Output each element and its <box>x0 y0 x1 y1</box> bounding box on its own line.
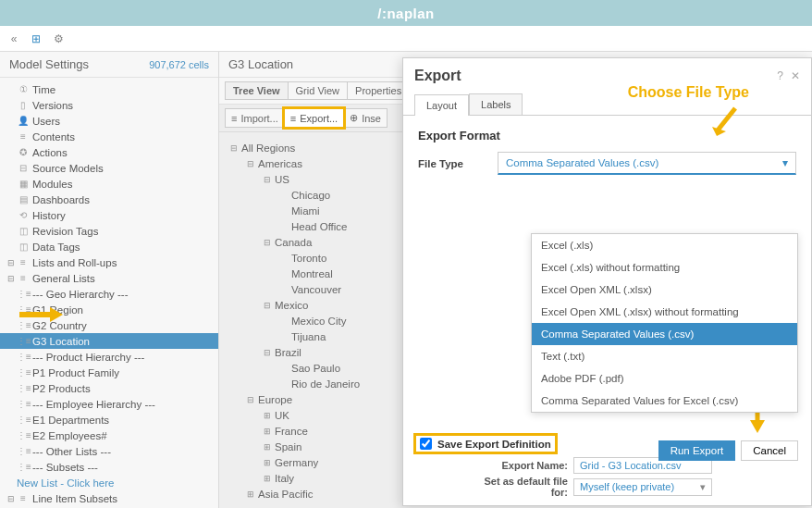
action-label: Export... <box>300 113 338 124</box>
modal-tab[interactable]: Layout <box>414 94 469 116</box>
tree-node[interactable]: ⊟Source Models <box>0 160 218 176</box>
help-icon[interactable]: ? <box>777 69 783 82</box>
region-label: Asia Pacific <box>258 489 313 500</box>
tree-node[interactable]: New List - Click here <box>0 475 218 490</box>
node-label: P1 Product Family <box>32 367 119 378</box>
tree-node[interactable]: ✪Actions <box>0 144 218 160</box>
tree-node[interactable]: ▯Versions <box>0 97 218 113</box>
tree-node[interactable]: ⋮≡G1 Region <box>0 302 218 317</box>
node-label: Versions <box>32 100 73 111</box>
expand-icon[interactable]: ⊞ <box>264 474 275 483</box>
node-icon: ◫ <box>17 242 30 252</box>
dropdown-option[interactable]: Excel (.xls) <box>532 234 797 256</box>
node-icon: ⋮≡ <box>17 446 30 456</box>
dropdown-option[interactable]: Excel Open XML (.xlsx) <box>532 279 797 301</box>
hierarchy-icon[interactable]: ⊞ <box>28 31 44 47</box>
node-icon: ≡ <box>17 131 30 142</box>
cancel-button[interactable]: Cancel <box>741 440 798 461</box>
region-label: Toronto <box>291 253 326 264</box>
expand-icon[interactable]: ⊟ <box>247 159 258 168</box>
dropdown-option[interactable]: Excel Open XML (.xlsx) without formattin… <box>532 301 797 323</box>
close-icon[interactable]: ✕ <box>791 69 800 82</box>
dropdown-option[interactable]: Adobe PDF (.pdf) <box>532 367 797 390</box>
tree-node[interactable]: ⋮≡E1 Departments <box>0 412 218 427</box>
tree-node[interactable]: ◫Data Tags <box>0 239 218 254</box>
cell-count[interactable]: 907,672 cells <box>149 59 209 70</box>
tree-node[interactable]: ⊟≡Line Item Subsets <box>0 490 218 506</box>
tree-node[interactable]: ⋮≡--- Geo Hierarchy --- <box>0 286 218 302</box>
action-icon: ≡ <box>290 113 296 124</box>
modal-tab[interactable]: Labels <box>469 93 523 115</box>
tree-node[interactable]: ⋮≡--- Subsets --- <box>0 459 218 475</box>
node-label: Time <box>32 84 55 95</box>
tree-node[interactable]: ⋮≡--- Employee Hierarchy --- <box>0 396 218 412</box>
expand-icon[interactable]: ⊟ <box>264 301 275 310</box>
node-label: Contents <box>32 131 75 142</box>
region-label: Tijuana <box>291 331 326 342</box>
node-icon: ⋮≡ <box>17 462 30 472</box>
expand-icon[interactable]: ⊟ <box>264 238 275 247</box>
region-label: Head Office <box>291 221 348 232</box>
node-label: G1 Region <box>32 304 83 316</box>
expand-icon[interactable]: ⊟ <box>247 395 258 404</box>
modal-header: Export ? ✕ <box>403 58 811 93</box>
tree-node[interactable]: ⋮≡P1 Product Family <box>0 365 218 380</box>
dropdown-option[interactable]: Text (.txt) <box>532 345 797 367</box>
expand-icon[interactable]: ⊟ <box>264 348 275 357</box>
expand-icon[interactable]: ⊟ <box>6 274 17 283</box>
tree-node[interactable]: ⋮≡P2 Products <box>0 380 218 396</box>
node-label: E1 Departments <box>32 415 109 426</box>
region-label: Vancouver <box>291 284 341 295</box>
dropdown-option[interactable]: Comma Separated Values (.csv) <box>532 323 797 345</box>
dropdown-option[interactable]: Excel (.xls) without formatting <box>532 256 797 279</box>
expand-icon[interactable]: ⊞ <box>264 442 275 452</box>
tree-node[interactable]: 👤Users <box>0 113 218 129</box>
tree-node[interactable]: ⋮≡--- Other Lists --- <box>0 443 218 459</box>
expand-icon[interactable]: ⊟ <box>264 175 275 184</box>
action-button[interactable]: ≡Export... <box>284 108 344 128</box>
tree-node[interactable]: ⊟≡Lists and Roll-ups <box>0 254 218 270</box>
expand-icon[interactable]: ⊞ <box>247 489 258 499</box>
app-logo: /:naplan <box>377 6 435 21</box>
gear-icon[interactable]: ⚙ <box>50 31 67 47</box>
action-button[interactable]: ⊕Inse <box>343 108 388 128</box>
view-tab[interactable]: Grid View <box>288 81 348 100</box>
tree-node[interactable]: ⟲History <box>0 207 218 223</box>
region-label: Brazil <box>275 347 301 358</box>
dropdown-option[interactable]: Comma Separated Values for Excel (.csv) <box>532 390 797 412</box>
tree-node[interactable]: ▦Modules <box>0 176 218 192</box>
tree-node[interactable]: ⋮≡E2 Employees# <box>0 427 218 443</box>
filetype-select[interactable]: Comma Separated Values (.csv) ▾ <box>498 152 796 175</box>
expand-icon[interactable]: ⊞ <box>264 411 275 420</box>
action-button[interactable]: ≡Import... <box>225 108 285 128</box>
node-icon: ① <box>17 84 30 94</box>
expand-icon[interactable]: ⊟ <box>6 494 17 503</box>
tree-node[interactable]: ⋮≡G3 Location <box>0 333 218 349</box>
expand-icon[interactable]: ⊟ <box>230 143 241 153</box>
tree-node[interactable]: ①Time <box>0 81 218 97</box>
run-export-button[interactable]: Run Export <box>658 440 736 461</box>
tree-node[interactable]: ⋮≡G2 Country <box>0 317 218 333</box>
node-label: --- Employee Hierarchy --- <box>32 399 155 410</box>
node-label: G2 Country <box>32 320 87 331</box>
save-definition-row[interactable]: Save Export Definition <box>416 436 555 452</box>
view-tab[interactable]: Properties <box>347 81 410 100</box>
region-label: All Regions <box>241 142 295 154</box>
default-file-select[interactable]: Myself (keep private) ▾ <box>573 478 712 496</box>
tree-node[interactable]: ⊟≡General Lists <box>0 270 218 286</box>
view-tab[interactable]: Tree View <box>225 81 289 100</box>
tree-node[interactable]: ⋮≡--- Product Hierarchy --- <box>0 349 218 365</box>
node-icon: ⟲ <box>17 210 30 220</box>
tree-node[interactable]: ≡Contents <box>0 129 218 144</box>
expand-icon[interactable]: ⊟ <box>6 258 17 267</box>
expand-icon[interactable]: ⊞ <box>264 427 275 436</box>
tree-node[interactable]: ▤Dashboards <box>0 192 218 207</box>
node-label: History <box>32 210 66 221</box>
expand-icon[interactable]: ⊞ <box>264 458 275 467</box>
tree-node[interactable]: ◫Revision Tags <box>0 223 218 239</box>
collapse-icon[interactable]: « <box>6 31 22 47</box>
node-icon: ⋮≡ <box>17 320 30 330</box>
save-definition-checkbox[interactable] <box>420 438 432 450</box>
region-label: Italy <box>275 473 294 484</box>
section-title: Export Format <box>418 129 796 142</box>
